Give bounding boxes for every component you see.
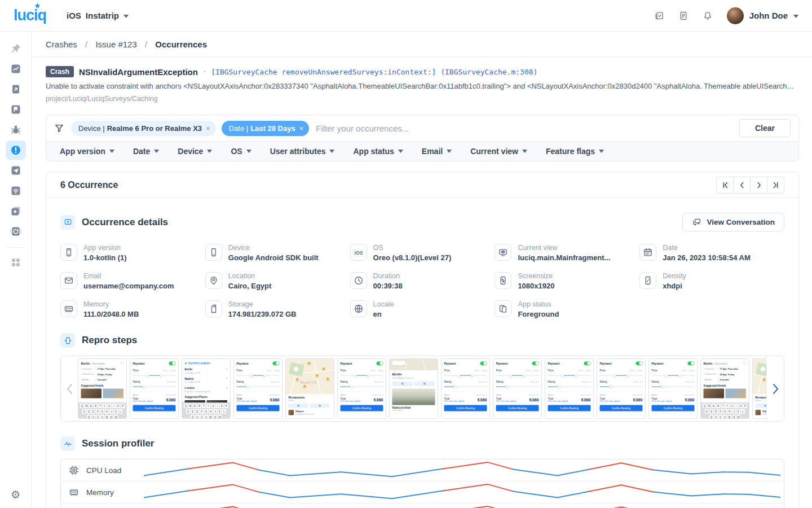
- filter-dropdown-feature-flags[interactable]: Feature flags: [546, 147, 604, 156]
- repro-step-thumbnail-hotel[interactable]: Berlin 13-14 April, 2 guests Radisson Ho…: [389, 358, 438, 419]
- toggle-on: [480, 362, 487, 366]
- detail-label: App version: [83, 244, 127, 252]
- chip-value: Last 28 Days: [250, 124, 295, 133]
- repro-step-thumbnail-payment[interactable]: Payment Price€150 – €350 Ratingfrom 3.5 …: [337, 358, 386, 419]
- sidebar-item-replay[interactable]: [6, 222, 26, 241]
- filter-dropdown-date[interactable]: Date: [133, 147, 159, 156]
- svg-text:iOS: iOS: [354, 250, 363, 256]
- repro-step-thumbnail-map[interactable]: Madrid Restaurants Berlin HilppiesBreakf…: [285, 358, 334, 419]
- section-title: Session profiler: [82, 438, 154, 449]
- chevron-down-icon: [123, 15, 129, 18]
- duration-icon: [350, 272, 367, 289]
- sidebar-item-send[interactable]: [6, 161, 26, 180]
- repro-step-thumbnail-search[interactable]: Berlin, Germany ⌖ Check In17 Apr, Thursd…: [700, 358, 749, 419]
- filter-dropdown-os[interactable]: OS: [231, 147, 251, 156]
- chevron-down-icon: [207, 150, 212, 153]
- detail-label: Locale: [373, 300, 394, 308]
- exception-name: NSInvalidArgumentException: [79, 67, 198, 77]
- carousel-prev-icon[interactable]: [61, 383, 78, 395]
- detail-item-density: Density xhdpi: [639, 272, 784, 290]
- repro-step-thumbnail-search[interactable]: Berlin, Germany ⌖ Check In17 Apr, Thursd…: [78, 358, 127, 419]
- app-selector[interactable]: iOS Instatrip: [67, 11, 129, 20]
- profiler-chart: [144, 481, 780, 503]
- repro-step-thumbnail-location[interactable]: Current Location Berlin12-23 Apr 2018⟳Ma…: [182, 358, 231, 419]
- detail-value: en: [373, 310, 394, 318]
- repro-step-thumbnail-payment[interactable]: Payment Price€150 – €350 Ratingfrom 3.5 …: [648, 358, 698, 419]
- detail-value: 00:39:38: [373, 282, 403, 290]
- chevron-down-icon: [329, 150, 334, 153]
- carousel-next-icon[interactable]: [766, 356, 784, 421]
- app-window: luciq iOS Instatrip John Doe ⚙ Crashes /…: [0, 0, 812, 508]
- previous-page-button[interactable]: [733, 177, 751, 194]
- chip-close-icon[interactable]: ×: [299, 125, 304, 132]
- filter-dropdown-email[interactable]: Email: [422, 147, 452, 156]
- luciq-logo[interactable]: luciq: [14, 7, 50, 24]
- main-content: Crashes / Issue #123 / Occurrences Crash…: [32, 32, 812, 508]
- detail-item-app-version: App version 1.0-kotlin (1): [60, 244, 205, 262]
- detail-item-screensize: Screensize 1080x1920: [495, 272, 639, 290]
- toggle-on: [169, 362, 176, 366]
- repro-step-thumbnail-payment[interactable]: Payment Price€150 – €350 Ratingfrom 3.5 …: [233, 358, 283, 419]
- chip-value: Realme 6 Pro or Realme X3: [107, 124, 202, 133]
- sidebar-item-crash-active[interactable]: [6, 141, 26, 160]
- report-icon[interactable]: [678, 11, 689, 21]
- repro-step-thumbnail-payment[interactable]: Payment Price€150 – €350 Ratingfrom 3.5 …: [130, 358, 179, 419]
- first-page-button[interactable]: [716, 177, 734, 194]
- sidebar-item-network[interactable]: [6, 181, 26, 200]
- filter-dropdown-current-view[interactable]: Current view: [470, 147, 527, 156]
- repro-thumbnails: Berlin, Germany ⌖ Check In17 Apr, Thursd…: [78, 358, 784, 419]
- detail-value: Oreo (v8.1.0)(Level 27): [373, 253, 452, 262]
- flag-icon: [10, 104, 21, 115]
- session-profiler-box: CPU Load Memory Storage: [60, 459, 784, 508]
- repro-step-thumbnail-payment[interactable]: Payment Price€150 – €350 Ratingfrom 3.5 …: [597, 358, 646, 419]
- bell-icon[interactable]: [703, 11, 713, 21]
- sidebar-item-bug[interactable]: [6, 120, 26, 139]
- user-menu[interactable]: John Doe: [727, 7, 798, 24]
- toggle-on: [532, 362, 539, 366]
- sidebar-item-flag[interactable]: [6, 100, 26, 119]
- filter-chip-date[interactable]: Date |Last 28 Days×: [222, 121, 310, 136]
- repro-step-thumbnail-payment[interactable]: Payment Price€150 – €350 Ratingfrom 3.5 …: [441, 358, 490, 419]
- detail-item-email: Email username@company.com: [60, 272, 205, 290]
- occurrence-details-icon: [60, 215, 75, 230]
- user-name: John Doe: [749, 11, 788, 20]
- top-bar: luciq iOS Instatrip John Doe: [0, 0, 812, 32]
- detail-item-date: Date Jan 26, 2023 10:58:54 AM: [639, 244, 784, 262]
- breadcrumb-crashes[interactable]: Crashes: [46, 40, 77, 49]
- avatar: [727, 7, 744, 24]
- detail-item-current-view: Current view luciq.main.Mainfragment...: [495, 244, 639, 262]
- app-name: Instatrip: [86, 11, 119, 20]
- os-icon: iOS: [350, 244, 367, 261]
- filter-dropdown-user-attributes[interactable]: User attributes: [270, 147, 335, 156]
- storage-icon: [205, 300, 222, 317]
- filter-dropdown-app-version[interactable]: App version: [60, 147, 114, 156]
- chip-close-icon[interactable]: ×: [206, 125, 210, 132]
- occurrence-filter-input[interactable]: [315, 123, 734, 134]
- sidebar-item-trends[interactable]: [6, 59, 26, 78]
- next-page-button[interactable]: [750, 177, 767, 194]
- chip-label: Device |: [78, 124, 105, 133]
- sidebar-item-featured[interactable]: [6, 202, 26, 221]
- mini-keyboard: QWERTYUIOPASDFGHJKLZXCVBNM: [701, 402, 749, 418]
- detail-item-storage: Storage 174.981/239.072 GB: [205, 300, 350, 318]
- repro-step-thumbnail-payment[interactable]: Payment Price€150 – €350 Ratingfrom 3.5 …: [545, 358, 594, 419]
- repro-step-thumbnail-payment[interactable]: Payment Price€150 – €350 Ratingfrom 3.5 …: [493, 358, 542, 419]
- sidebar-item-apps[interactable]: [6, 253, 26, 272]
- toggle-on: [636, 362, 643, 366]
- detail-label: Email: [83, 272, 174, 280]
- filter-funnel-icon: [54, 123, 64, 133]
- filter-dropdown-app-status[interactable]: App status: [353, 147, 403, 156]
- filter-chips: Device |Realme 6 Pro or Realme X3×Date |…: [71, 121, 309, 136]
- clear-filters-button[interactable]: Clear: [739, 119, 791, 137]
- breadcrumb-issue[interactable]: Issue #123: [95, 40, 136, 49]
- settings-gear-icon[interactable]: ⚙: [11, 488, 20, 501]
- breadcrumb-separator: /: [145, 40, 147, 49]
- sidebar-item-pin[interactable]: [6, 39, 26, 58]
- last-page-button[interactable]: [767, 177, 784, 194]
- sidebar-item-release[interactable]: [6, 80, 26, 99]
- view-conversation-button[interactable]: View Conversation: [682, 213, 784, 231]
- tasks-icon[interactable]: [654, 11, 664, 21]
- filter-chip-device[interactable]: Device |Realme 6 Pro or Realme X3×: [71, 121, 216, 136]
- filter-dropdown-device[interactable]: Device: [178, 147, 212, 156]
- detail-label: Screensize: [518, 272, 554, 280]
